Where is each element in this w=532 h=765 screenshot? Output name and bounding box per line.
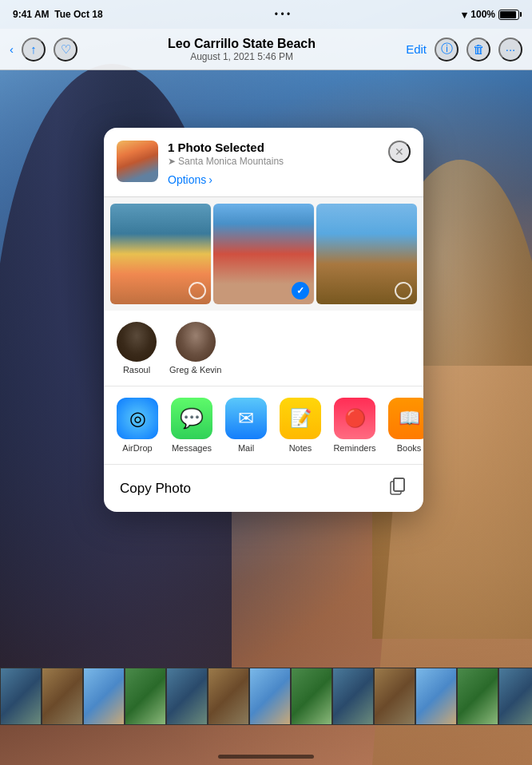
film-thumb-8[interactable] bbox=[291, 668, 332, 725]
copy-icon bbox=[390, 478, 407, 499]
share-location: ➤ Santa Monica Mountains bbox=[168, 156, 379, 167]
contact-avatar-greg-kevin bbox=[176, 322, 216, 362]
info-button[interactable]: ⓘ bbox=[435, 38, 459, 61]
airdrop-icon: ◎ bbox=[117, 398, 158, 439]
share-button[interactable]: ↑ bbox=[22, 38, 46, 61]
svg-rect-1 bbox=[394, 478, 404, 491]
photo-cell-1[interactable] bbox=[110, 204, 211, 304]
ellipsis-dots: • • • bbox=[275, 9, 290, 20]
trash-icon: 🗑 bbox=[473, 42, 485, 56]
app-books[interactable]: 📖 Books bbox=[382, 398, 423, 453]
photo-select-3 bbox=[395, 282, 412, 299]
app-row: ◎ AirDrop 💬 Messages ✉ Mail 📝 Notes 🔴 bbox=[104, 386, 423, 465]
status-time: 9:41 AM Tue Oct 18 bbox=[13, 9, 103, 20]
film-thumb-7[interactable] bbox=[249, 668, 291, 725]
copy-photo-row[interactable]: Copy Photo bbox=[104, 465, 423, 512]
nav-left: ‹ ↑ ♡ bbox=[10, 38, 77, 61]
film-thumb-3[interactable] bbox=[83, 668, 125, 725]
nav-subtitle: August 1, 2021 5:46 PM bbox=[168, 51, 316, 62]
app-reminders[interactable]: 🔴 Reminders bbox=[328, 398, 382, 453]
film-thumb-2[interactable] bbox=[42, 668, 83, 725]
heart-icon: ♡ bbox=[61, 42, 71, 57]
nav-center: Leo Carrillo State Beach August 1, 2021 … bbox=[168, 37, 316, 62]
battery-icon bbox=[498, 10, 519, 20]
film-thumb-11[interactable] bbox=[415, 668, 457, 725]
mail-label: Mail bbox=[238, 443, 254, 453]
share-title: 1 Photo Selected bbox=[168, 141, 379, 154]
delete-button[interactable]: 🗑 bbox=[466, 38, 490, 61]
photo-selection-row bbox=[104, 197, 423, 311]
chevron-right-icon: › bbox=[208, 173, 212, 186]
reminders-label: Reminders bbox=[333, 443, 375, 453]
film-thumb-6[interactable] bbox=[208, 668, 249, 725]
messages-label: Messages bbox=[172, 443, 212, 453]
reminders-icon: 🔴 bbox=[334, 398, 375, 439]
photo-cell-2[interactable] bbox=[213, 204, 314, 304]
notes-icon: 📝 bbox=[280, 398, 321, 439]
photo-select-2 bbox=[292, 282, 309, 299]
share-sheet-header: 1 Photo Selected ➤ Santa Monica Mountain… bbox=[104, 128, 423, 197]
share-info: 1 Photo Selected ➤ Santa Monica Mountain… bbox=[168, 141, 379, 187]
edit-button[interactable]: Edit bbox=[406, 42, 427, 56]
film-thumb-5[interactable] bbox=[166, 668, 208, 725]
contacts-row: Rasoul Greg & Kevin bbox=[104, 311, 423, 386]
nav-title: Leo Carrillo State Beach bbox=[168, 37, 316, 51]
copy-photo-label: Copy Photo bbox=[120, 481, 191, 497]
film-thumb-1[interactable] bbox=[0, 668, 42, 725]
info-icon: ⓘ bbox=[441, 42, 453, 57]
options-button[interactable]: Options › bbox=[168, 173, 212, 186]
film-thumb-12[interactable] bbox=[457, 668, 498, 725]
film-thumb-9[interactable] bbox=[332, 668, 374, 725]
nav-right: Edit ⓘ 🗑 ··· bbox=[406, 38, 522, 61]
notes-label: Notes bbox=[289, 443, 312, 453]
close-button[interactable]: ✕ bbox=[388, 141, 411, 163]
home-indicator bbox=[218, 755, 314, 759]
battery-percent: 100% bbox=[470, 9, 495, 20]
chevron-left-icon: ‹ bbox=[10, 42, 14, 56]
share-icon: ↑ bbox=[30, 42, 37, 56]
contact-rasoul[interactable]: Rasoul bbox=[117, 322, 157, 375]
books-icon: 📖 bbox=[388, 398, 423, 439]
film-strip bbox=[0, 668, 532, 725]
status-right: ▾ 100% bbox=[462, 9, 519, 21]
app-messages[interactable]: 💬 Messages bbox=[165, 398, 219, 453]
ellipsis-icon: ··· bbox=[506, 42, 516, 56]
more-button[interactable]: ··· bbox=[498, 38, 522, 61]
nav-bar: ‹ ↑ ♡ Leo Carrillo State Beach August 1,… bbox=[0, 29, 532, 70]
contact-greg-kevin[interactable]: Greg & Kevin bbox=[169, 322, 221, 375]
app-mail[interactable]: ✉ Mail bbox=[219, 398, 273, 453]
status-bar: 9:41 AM Tue Oct 18 • • • ▾ 100% bbox=[0, 0, 532, 29]
film-thumb-13[interactable] bbox=[498, 668, 532, 725]
messages-icon: 💬 bbox=[171, 398, 212, 439]
share-thumbnail bbox=[117, 141, 158, 182]
photo-select-1 bbox=[189, 282, 206, 299]
favorite-button[interactable]: ♡ bbox=[54, 38, 77, 61]
app-notes[interactable]: 📝 Notes bbox=[273, 398, 328, 453]
film-thumb-4[interactable] bbox=[125, 668, 166, 725]
contact-name-greg-kevin: Greg & Kevin bbox=[169, 365, 221, 375]
contact-avatar-rasoul bbox=[117, 322, 157, 362]
books-label: Books bbox=[397, 443, 422, 453]
status-center: • • • bbox=[275, 9, 290, 20]
wifi-icon: ▾ bbox=[462, 9, 467, 21]
film-thumb-10[interactable] bbox=[374, 668, 415, 725]
mail-icon: ✉ bbox=[225, 398, 267, 439]
airdrop-label: AirDrop bbox=[122, 443, 152, 453]
app-airdrop[interactable]: ◎ AirDrop bbox=[110, 398, 165, 453]
photo-cell-3[interactable] bbox=[316, 204, 417, 304]
contact-name-rasoul: Rasoul bbox=[123, 365, 150, 375]
share-sheet: 1 Photo Selected ➤ Santa Monica Mountain… bbox=[104, 128, 423, 512]
location-icon: ➤ bbox=[168, 156, 176, 167]
back-button[interactable]: ‹ bbox=[10, 42, 14, 56]
